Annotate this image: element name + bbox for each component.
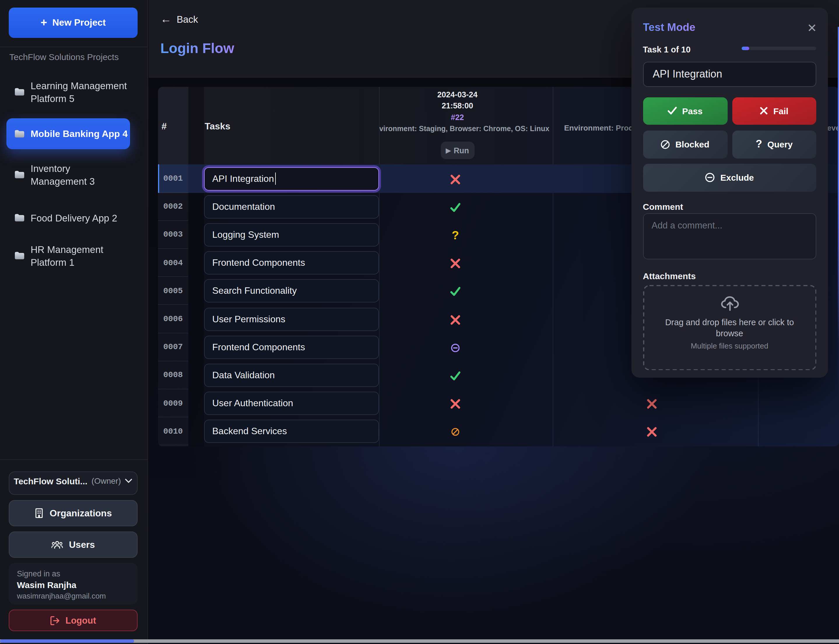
svg-text:?: ?	[452, 229, 459, 242]
